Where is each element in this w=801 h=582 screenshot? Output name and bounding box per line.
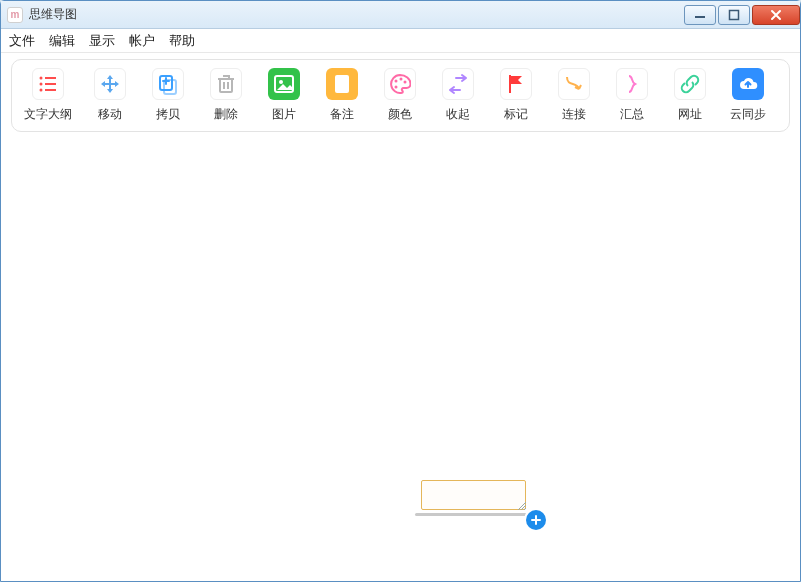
svg-point-12 [279, 80, 283, 84]
menu-file[interactable]: 文件 [9, 32, 35, 50]
toolbar-url-button[interactable]: 网址 [670, 68, 710, 123]
move-icon [94, 68, 126, 100]
toolbar-label: 颜色 [388, 106, 412, 123]
delete-icon [210, 68, 242, 100]
svg-rect-16 [338, 79, 346, 81]
toolbar-label: 图片 [272, 106, 296, 123]
toolbar-label: 连接 [562, 106, 586, 123]
image-icon [268, 68, 300, 100]
copy-icon [152, 68, 184, 100]
svg-rect-10 [220, 79, 232, 92]
menubar: 文件 编辑 显示 帐户 帮助 [1, 29, 800, 53]
svg-rect-3 [45, 77, 56, 79]
svg-rect-0 [695, 16, 705, 18]
toolbar-note-button[interactable]: 备注 [322, 68, 362, 123]
toolbar-label: 收起 [446, 106, 470, 123]
summary-icon [616, 68, 648, 100]
plus-icon [530, 514, 542, 526]
minimize-button[interactable] [684, 5, 716, 25]
svg-point-19 [395, 80, 398, 83]
toolbar-label: 拷贝 [156, 106, 180, 123]
sync-icon [732, 68, 764, 100]
add-child-button[interactable] [526, 510, 546, 530]
window-controls [682, 4, 800, 25]
menu-view[interactable]: 显示 [89, 32, 115, 50]
toolbar-color-button[interactable]: 颜色 [380, 68, 420, 123]
toolbar-delete-button[interactable]: 删除 [206, 68, 246, 123]
toolbar-summary-button[interactable]: 汇总 [612, 68, 652, 123]
toolbar-label: 网址 [678, 106, 702, 123]
node-input[interactable] [421, 480, 526, 510]
toolbar-outline-button[interactable]: 文字大纲 [24, 68, 72, 123]
svg-point-4 [40, 83, 43, 86]
svg-rect-1 [730, 11, 739, 20]
toolbar-connect-button[interactable]: 连接 [554, 68, 594, 123]
toolbar-image-button[interactable]: 图片 [264, 68, 304, 123]
toolbar-label: 删除 [214, 106, 238, 123]
menu-account[interactable]: 帐户 [129, 32, 155, 50]
toolbar-label: 标记 [504, 106, 528, 123]
url-icon [674, 68, 706, 100]
outline-icon [32, 68, 64, 100]
svg-point-22 [395, 86, 398, 89]
maximize-button[interactable] [718, 5, 750, 25]
menu-edit[interactable]: 编辑 [49, 32, 75, 50]
connect-icon [558, 68, 590, 100]
toolbar-copy-button[interactable]: 拷贝 [148, 68, 188, 123]
node-underline [415, 513, 533, 516]
toolbar-sync-button[interactable]: 云同步 [728, 68, 768, 123]
toolbar-wrap: 文字大纲移动拷贝删除图片备注颜色收起标记连接汇总网址云同步 [1, 53, 800, 142]
resize-handle-icon[interactable] [518, 502, 526, 510]
toolbar-label: 文字大纲 [24, 106, 72, 123]
svg-rect-7 [45, 89, 56, 91]
window-title: 思维导图 [29, 6, 77, 23]
app-icon: m [7, 7, 23, 23]
toolbar-label: 移动 [98, 106, 122, 123]
svg-point-21 [404, 81, 407, 84]
toolbar-label: 备注 [330, 106, 354, 123]
toolbar: 文字大纲移动拷贝删除图片备注颜色收起标记连接汇总网址云同步 [11, 59, 790, 132]
app-window: m 思维导图 文件 编辑 显示 帐户 帮助 文字大纲移动拷贝删除图片备注颜色收起… [0, 0, 801, 582]
svg-rect-17 [338, 83, 346, 85]
svg-point-20 [400, 78, 403, 81]
svg-rect-5 [45, 83, 56, 85]
note-icon [326, 68, 358, 100]
toolbar-collapse-button[interactable]: 收起 [438, 68, 478, 123]
root-node[interactable] [421, 480, 526, 510]
toolbar-mark-button[interactable]: 标记 [496, 68, 536, 123]
collapse-icon [442, 68, 474, 100]
menu-help[interactable]: 帮助 [169, 32, 195, 50]
canvas[interactable] [1, 142, 800, 581]
close-button[interactable] [752, 5, 800, 25]
toolbar-label: 云同步 [730, 106, 766, 123]
color-icon [384, 68, 416, 100]
titlebar: m 思维导图 [1, 1, 800, 29]
mark-icon [500, 68, 532, 100]
svg-rect-18 [338, 87, 343, 89]
toolbar-label: 汇总 [620, 106, 644, 123]
svg-point-2 [40, 77, 43, 80]
toolbar-move-button[interactable]: 移动 [90, 68, 130, 123]
svg-point-6 [40, 89, 43, 92]
